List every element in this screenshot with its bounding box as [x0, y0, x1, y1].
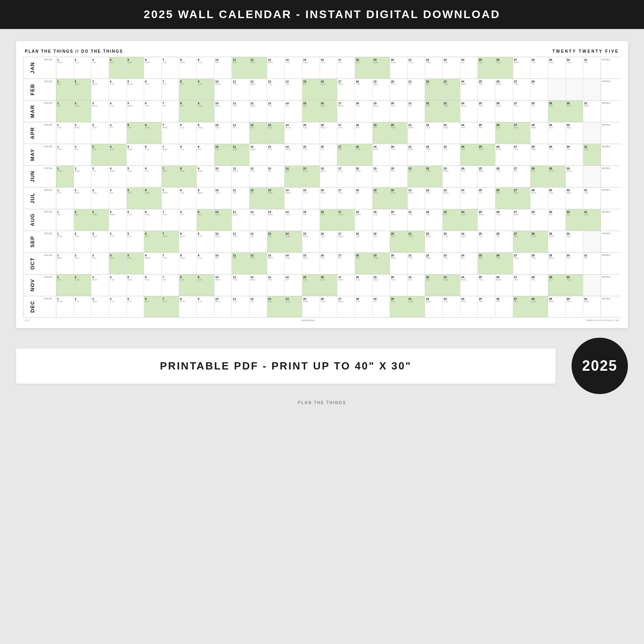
- day-cell: 2SAT: [74, 209, 92, 231]
- day-cell: 8SUN: [179, 166, 197, 187]
- day-cell: 15WED: [302, 253, 320, 274]
- day-cell: 28TUE: [530, 253, 548, 274]
- focus-cell: FOCUS:: [41, 209, 56, 231]
- focus-cell: FOCUS:: [41, 231, 56, 252]
- day-cell: 24FRI: [460, 253, 478, 274]
- day-cell: 5FRI: [127, 296, 144, 317]
- day-cell: 21FRI: [408, 79, 425, 100]
- day-cell: 29SAT: [548, 275, 566, 296]
- days-container: 1MON2TUE3WED4THU5FRI6SAT7SUN8MON9TUE10WE…: [56, 296, 601, 317]
- day-cell: 23WED: [443, 122, 460, 144]
- day-cell: 9SAT: [197, 209, 215, 231]
- day-cell: 4WED: [109, 166, 127, 187]
- day-cell: 14FRI: [285, 101, 302, 122]
- day-cell: 3SUN: [91, 209, 109, 231]
- day-cell: 8TUE: [179, 122, 197, 144]
- day-cell: 13THU: [267, 79, 285, 100]
- day-cell: 24SAT: [460, 144, 478, 165]
- day-cell: 5WED: [127, 275, 144, 296]
- day-cell: 30SAT: [566, 209, 584, 231]
- day-cell: 24THU: [460, 122, 478, 144]
- day-cell: 13SAT: [267, 231, 285, 252]
- day-cell: 18WED: [355, 166, 373, 187]
- day-cell: 13MON: [267, 57, 285, 78]
- day-cell: 4FRI: [109, 122, 127, 144]
- day-cell: 30FRI: [566, 144, 584, 165]
- brand-right: TWENTY TWENTY FIVE: [552, 49, 619, 54]
- day-cell: 7MON: [162, 188, 180, 209]
- month-label-feb: FEB: [23, 79, 41, 100]
- day-cell: 10FRI: [215, 253, 232, 274]
- day-cell: 2TUE: [74, 231, 92, 252]
- notes-cell: NOTES:: [601, 57, 621, 78]
- day-cell: 4THU: [109, 296, 127, 317]
- day-cell: 26FRI: [495, 231, 513, 252]
- day-cell: 24WED: [460, 231, 478, 252]
- day-cell: 3WED: [91, 231, 109, 252]
- day-cell: 31MON: [583, 101, 601, 122]
- day-cell: 15SAT: [302, 101, 320, 122]
- month-row-apr: APRFOCUS:1TUE2WED3THU4FRI5SAT6SUN7MON8TU…: [23, 122, 621, 144]
- day-cell: [583, 166, 601, 187]
- day-cell: 21TUE: [408, 57, 425, 78]
- day-cell: 5FRI: [127, 231, 144, 252]
- day-cell: 14SUN: [285, 231, 302, 252]
- day-cell: 15TUE: [302, 188, 320, 209]
- month-label-mar: MAR: [23, 101, 41, 122]
- day-cell: 23THU: [443, 253, 460, 274]
- day-cell: 2MON: [74, 166, 92, 187]
- day-cell: 22THU: [425, 144, 443, 165]
- days-container: 1FRI2SAT3SUN4MON5TUE6WED7THU8FRI9SAT10SU…: [56, 209, 601, 231]
- day-cell: 23MON: [443, 166, 460, 187]
- day-cell: 3THU: [91, 188, 109, 209]
- day-cell: 18TUE: [355, 79, 373, 100]
- focus-cell: FOCUS:: [41, 79, 56, 100]
- day-cell: 17WED: [337, 231, 355, 252]
- day-cell: 31THU: [583, 188, 601, 209]
- day-cell: 18TUE: [355, 275, 373, 296]
- days-container: 1WED2THU3FRI4SAT5SUN6MON7TUE8WED9THU10FR…: [56, 57, 601, 78]
- day-cell: 24MON: [460, 275, 478, 296]
- day-cell: 12SUN: [250, 57, 267, 78]
- day-cell: 7FRI: [162, 101, 180, 122]
- day-cell: 28SUN: [530, 296, 548, 317]
- month-row-nov: NOVFOCUS:1SAT2SUN3MON4TUE5WED6THU7FRI8SA…: [23, 274, 621, 296]
- day-cell: 1THU: [56, 144, 74, 165]
- notes-cell: NOTES:: [601, 101, 621, 122]
- day-cell: 4SAT: [109, 57, 127, 78]
- day-cell: 10WED: [215, 231, 232, 252]
- day-cell: 4MON: [109, 209, 127, 231]
- footer-website: WWW.PLANTHETHINGS.COM: [586, 319, 619, 322]
- day-cell: 10THU: [215, 122, 232, 144]
- days-container: 1SAT2SUN3MON4TUE5WED6THU7FRI8SAT9SUN10MO…: [56, 275, 601, 296]
- day-cell: 28THU: [530, 209, 548, 231]
- day-cell: 22MON: [425, 231, 443, 252]
- day-cell: 9SUN: [197, 275, 215, 296]
- day-cell: 3WED: [91, 296, 109, 317]
- notes-cell: NOTES:: [601, 144, 621, 165]
- month-label-nov: NOV: [23, 275, 41, 296]
- day-cell: 11FRI: [232, 122, 250, 144]
- day-cell: 27THU: [513, 101, 531, 122]
- day-cell: 16THU: [320, 57, 338, 78]
- day-cell: 30TUE: [566, 296, 584, 317]
- days-container: 1WED2THU3FRI4SAT5SUN6MON7TUE8WED9THU10FR…: [56, 253, 601, 274]
- day-cell: 6SUN: [144, 188, 162, 209]
- day-cell: 29TUE: [548, 188, 566, 209]
- day-cell: 12SAT: [250, 122, 267, 144]
- day-cell: 13THU: [267, 101, 285, 122]
- day-cell: 14MON: [285, 188, 302, 209]
- day-cell: 10FRI: [215, 57, 232, 78]
- day-cell: 31SUN: [583, 209, 601, 231]
- day-cell: 10TUE: [215, 166, 232, 187]
- day-cell: 27MON: [513, 57, 531, 78]
- day-cell: 24THU: [460, 188, 478, 209]
- day-cell: 12SAT: [250, 188, 267, 209]
- days-container: 1SUN2MON3TUE4WED5THU6FRI7SAT8SUN9MON10TU…: [56, 166, 601, 187]
- day-cell: 6THU: [144, 275, 162, 296]
- day-cell: 21WED: [408, 144, 425, 165]
- day-cell: 25TUE: [478, 101, 495, 122]
- day-cell: 26SUN: [495, 253, 513, 274]
- day-cell: 10THU: [215, 188, 232, 209]
- focus-cell: FOCUS:: [41, 122, 56, 144]
